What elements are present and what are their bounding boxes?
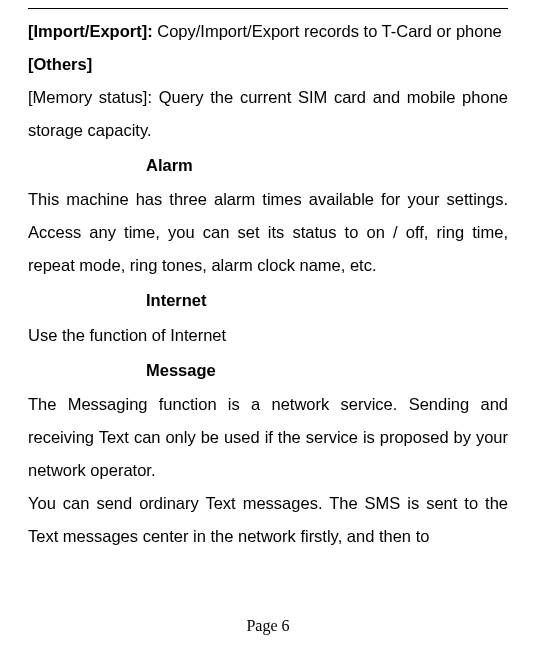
internet-heading: Internet (28, 282, 508, 318)
import-export-paragraph: [Import/Export]: Copy/Import/Export reco… (28, 15, 508, 48)
message-heading: Message (28, 352, 508, 388)
import-export-text: Copy/Import/Export records to T-Card or … (153, 22, 502, 40)
memory-status-paragraph: [Memory status]: Query the current SIM c… (28, 81, 508, 147)
page-number: Page 6 (0, 617, 536, 635)
message-body-1: The Messaging function is a network serv… (28, 388, 508, 487)
internet-body: Use the function of Internet (28, 319, 508, 352)
import-export-label: [Import/Export]: (28, 22, 153, 40)
others-label: [Others] (28, 55, 92, 73)
others-paragraph: [Others] (28, 48, 508, 81)
alarm-heading: Alarm (28, 147, 508, 183)
top-divider (28, 8, 508, 9)
alarm-body: This machine has three alarm times avail… (28, 183, 508, 282)
message-body-2: You can send ordinary Text messages. The… (28, 487, 508, 553)
